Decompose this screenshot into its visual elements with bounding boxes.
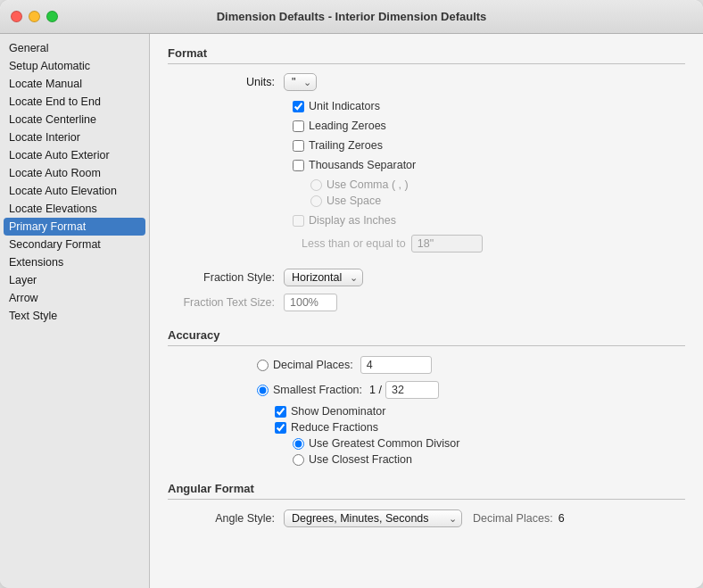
units-select-wrapper[interactable]: " <box>284 73 317 91</box>
use-space-row: Use Space <box>310 195 685 207</box>
use-closest-label: Use Closest Fraction <box>309 453 412 466</box>
decimal-places-row: Decimal Places: <box>257 355 685 375</box>
sidebar-item-locate-interior[interactable]: Locate Interior <box>0 128 149 146</box>
sidebar-item-locate-auto-room[interactable]: Locate Auto Room <box>0 164 149 182</box>
fraction-style-row: Fraction Style: Horizontal Diagonal Stac… <box>168 268 685 287</box>
accuracy-section-title: Accuracy <box>168 328 685 346</box>
angular-section-title: Angular Format <box>168 482 685 500</box>
sidebar-item-locate-auto-elevation[interactable]: Locate Auto Elevation <box>0 182 149 200</box>
thousands-separator-checkbox[interactable] <box>293 160 304 171</box>
reduce-fractions-label: Reduce Fractions <box>291 421 378 434</box>
accuracy-controls: Decimal Places: Smallest Fraction: 1 / S… <box>257 355 685 466</box>
smallest-fraction-radio[interactable] <box>257 385 269 396</box>
sidebar-item-text-style[interactable]: Text Style <box>0 307 149 325</box>
unit-indicators-label: Unit Indicators <box>309 100 380 112</box>
fraction-style-select-wrapper[interactable]: Horizontal Diagonal Stacked <box>284 269 363 286</box>
display-as-inches-label: Display as Inches <box>309 214 396 227</box>
sidebar-item-locate-centerline[interactable]: Locate Centerline <box>0 111 149 128</box>
sidebar: GeneralSetup AutomaticLocate ManualLocat… <box>0 34 150 588</box>
decimal-places-input[interactable] <box>360 356 432 374</box>
sidebar-item-layer[interactable]: Layer <box>0 271 149 289</box>
reduce-fractions-row: Reduce Fractions <box>275 421 685 434</box>
use-closest-radio[interactable] <box>293 454 304 466</box>
smallest-fraction-label: Smallest Fraction: <box>273 384 362 396</box>
comma-space-group: Use Comma ( , ) Use Space <box>293 178 685 211</box>
use-space-label: Use Space <box>327 195 381 207</box>
units-label: Units: <box>168 76 284 88</box>
reduce-fractions-checkbox[interactable] <box>275 422 286 434</box>
format-section: Format Units: " Unit Indicators <box>168 46 685 312</box>
units-select[interactable]: " <box>284 73 317 91</box>
fraction-numerator: 1 / <box>369 384 382 396</box>
use-comma-row: Use Comma ( , ) <box>310 178 685 191</box>
angular-format-section: Angular Format Angle Style: Degrees, Min… <box>168 482 685 528</box>
close-button[interactable] <box>11 11 22 22</box>
decimal-places-radio[interactable] <box>257 360 269 371</box>
titlebar-buttons <box>11 11 58 22</box>
use-closest-row: Use Closest Fraction <box>293 453 685 466</box>
sidebar-item-locate-auto-exterior[interactable]: Locate Auto Exterior <box>0 146 149 164</box>
display-as-inches-checkbox[interactable] <box>293 215 304 227</box>
use-comma-radio[interactable] <box>310 179 322 191</box>
smallest-fraction-row: Smallest Fraction: 1 / <box>257 380 685 400</box>
main-panel: Format Units: " Unit Indicators <box>150 34 703 588</box>
titlebar: Dimension Defaults - Interior Dimension … <box>0 0 703 34</box>
window: Dimension Defaults - Interior Dimension … <box>0 0 703 588</box>
display-as-inches-row: Display as Inches <box>293 214 685 227</box>
show-denominator-label: Show Denominator <box>291 405 385 418</box>
show-denominator-checkbox[interactable] <box>275 406 286 418</box>
angle-style-select[interactable]: Degrees, Minutes, Seconds Decimal Degree… <box>284 509 462 527</box>
leading-zeroes-label: Leading Zeroes <box>309 120 386 132</box>
sidebar-item-locate-elevations[interactable]: Locate Elevations <box>0 200 149 218</box>
sidebar-item-secondary-format[interactable]: Secondary Format <box>0 236 149 253</box>
sidebar-item-locate-manual[interactable]: Locate Manual <box>0 75 149 93</box>
content-area: GeneralSetup AutomaticLocate ManualLocat… <box>0 34 703 588</box>
fraction-text-size-label: Fraction Text Size: <box>168 296 284 309</box>
use-comma-label: Use Comma ( , ) <box>327 178 409 191</box>
sidebar-item-setup-automatic[interactable]: Setup Automatic <box>0 57 149 75</box>
show-denominator-row: Show Denominator <box>275 405 685 418</box>
decimal-places-label: Decimal Places: <box>273 359 353 371</box>
trailing-zeroes-label: Trailing Zeroes <box>309 139 383 152</box>
use-gcd-radio[interactable] <box>293 438 304 450</box>
sidebar-item-primary-format[interactable]: Primary Format <box>4 218 145 236</box>
angular-decimal-places-value: 6 <box>558 512 565 525</box>
fraction-method-group: Use Greatest Common Divisor Use Closest … <box>293 437 685 466</box>
fraction-style-label: Fraction Style: <box>168 271 284 284</box>
sidebar-item-extensions[interactable]: Extensions <box>0 253 149 271</box>
use-space-radio[interactable] <box>310 195 322 207</box>
fraction-style-select[interactable]: Horizontal Diagonal Stacked <box>284 269 363 286</box>
units-row: Units: " <box>168 73 685 91</box>
less-than-label: Less than or equal to <box>302 237 406 250</box>
leading-zeroes-checkbox[interactable] <box>293 120 304 132</box>
sidebar-item-general[interactable]: General <box>0 39 149 57</box>
fraction-text-size-row: Fraction Text Size: <box>168 293 685 312</box>
thousands-separator-row: Thousands Separator <box>293 159 685 171</box>
angle-style-label: Angle Style: <box>168 512 284 525</box>
unit-indicators-row: Unit Indicators <box>293 100 685 112</box>
leading-zeroes-row: Leading Zeroes <box>293 120 685 132</box>
sidebar-item-locate-end-to-end[interactable]: Locate End to End <box>0 93 149 111</box>
unit-indicators-checkbox[interactable] <box>293 101 304 112</box>
trailing-zeroes-checkbox[interactable] <box>293 140 304 152</box>
window-title: Dimension Defaults - Interior Dimension … <box>217 10 487 23</box>
fraction-text-size-input[interactable] <box>284 294 337 311</box>
fraction-denominator-input[interactable] <box>385 381 439 399</box>
use-gcd-row: Use Greatest Common Divisor <box>293 437 685 450</box>
angle-style-row: Angle Style: Degrees, Minutes, Seconds D… <box>168 509 685 528</box>
format-section-title: Format <box>168 46 685 64</box>
angle-style-select-wrapper[interactable]: Degrees, Minutes, Seconds Decimal Degree… <box>284 509 462 527</box>
minimize-button[interactable] <box>29 11 40 22</box>
sidebar-item-arrow[interactable]: Arrow <box>0 289 149 307</box>
trailing-zeroes-row: Trailing Zeroes <box>293 139 685 152</box>
thousands-separator-label: Thousands Separator <box>309 159 416 171</box>
use-gcd-label: Use Greatest Common Divisor <box>309 437 460 450</box>
format-checkboxes: Unit Indicators Leading Zeroes Trailing … <box>293 100 685 259</box>
maximize-button[interactable] <box>46 11 58 22</box>
less-than-input[interactable] <box>411 235 483 253</box>
angular-decimal-places-label: Decimal Places: <box>473 512 553 525</box>
accuracy-section: Accuracy Decimal Places: Smallest Fracti… <box>168 328 685 466</box>
less-than-row: Less than or equal to <box>302 234 685 253</box>
